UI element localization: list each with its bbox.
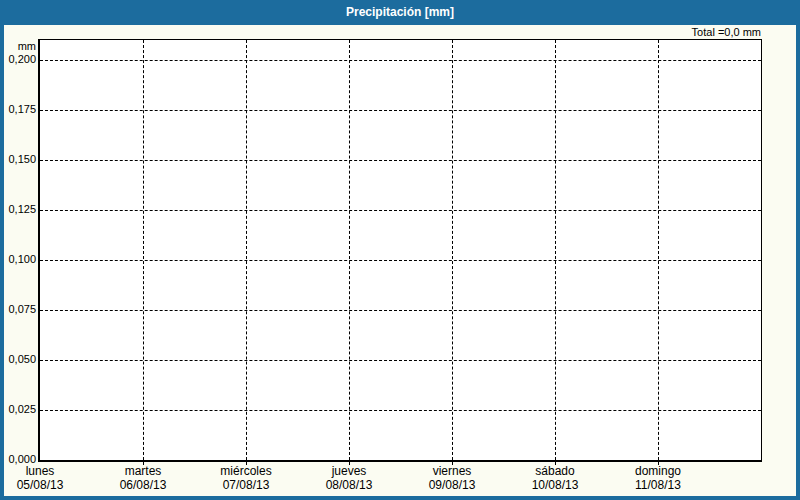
x-axis-tick-label: martes06/08/13 <box>92 464 195 492</box>
y-axis-tick-label: 0,200 <box>0 52 36 66</box>
x-axis-date-label: 08/08/13 <box>298 478 401 492</box>
horizontal-gridline <box>40 60 761 61</box>
horizontal-gridline <box>40 110 761 111</box>
vertical-gridline <box>143 40 144 460</box>
y-axis-tick-label: 0,050 <box>0 352 36 366</box>
x-axis-tick-label: domingo11/08/13 <box>607 464 710 492</box>
chart-title: Precipitación [mm] <box>346 5 454 19</box>
y-axis-tick-label: 0,125 <box>0 202 36 216</box>
x-axis-date-label: 06/08/13 <box>92 478 195 492</box>
x-axis-day-label: jueves <box>298 464 401 478</box>
y-axis-tick-label: 0,175 <box>0 102 36 116</box>
x-axis-day-label: viernes <box>401 464 504 478</box>
chart-title-bar: Precipitación [mm] <box>0 0 800 25</box>
x-axis-date-label: 07/08/13 <box>195 478 298 492</box>
x-axis-date-label: 05/08/13 <box>0 478 92 492</box>
y-axis-tick-label: 0,025 <box>0 402 36 416</box>
x-axis-tick-label: lunes05/08/13 <box>0 464 92 492</box>
horizontal-gridline <box>40 160 761 161</box>
horizontal-gridline <box>40 410 761 411</box>
x-axis-tick-label: sábado10/08/13 <box>504 464 607 492</box>
vertical-gridline <box>246 40 247 460</box>
window-frame-right <box>796 25 800 500</box>
x-axis-date-label: 09/08/13 <box>401 478 504 492</box>
chart-window: Precipitación [mm] Total =0,0 mm mm 0,20… <box>0 0 800 500</box>
x-axis-tick-label: viernes09/08/13 <box>401 464 504 492</box>
y-axis-tick-label: 0,075 <box>0 302 36 316</box>
total-value-label: Total =0,0 mm <box>561 26 761 38</box>
x-axis-day-label: lunes <box>0 464 92 478</box>
vertical-gridline <box>555 40 556 460</box>
x-axis-date-label: 11/08/13 <box>607 478 710 492</box>
vertical-gridline <box>658 40 659 460</box>
x-axis-tick-label: jueves08/08/13 <box>298 464 401 492</box>
vertical-gridline <box>452 40 453 460</box>
x-axis-date-label: 10/08/13 <box>504 478 607 492</box>
x-axis-day-label: sábado <box>504 464 607 478</box>
x-axis-day-label: martes <box>92 464 195 478</box>
horizontal-gridline <box>40 260 761 261</box>
horizontal-gridline <box>40 210 761 211</box>
y-axis-unit-label: mm <box>0 40 36 52</box>
x-axis-day-label: miércoles <box>195 464 298 478</box>
y-axis-tick-label: 0,150 <box>0 152 36 166</box>
y-axis-tick-label: 0,100 <box>0 252 36 266</box>
x-axis-tick-label: miércoles07/08/13 <box>195 464 298 492</box>
horizontal-gridline <box>40 310 761 311</box>
window-frame-bottom <box>0 496 800 500</box>
vertical-gridline <box>349 40 350 460</box>
horizontal-gridline <box>40 360 761 361</box>
x-axis-day-label: domingo <box>607 464 710 478</box>
plot-area <box>38 39 762 462</box>
